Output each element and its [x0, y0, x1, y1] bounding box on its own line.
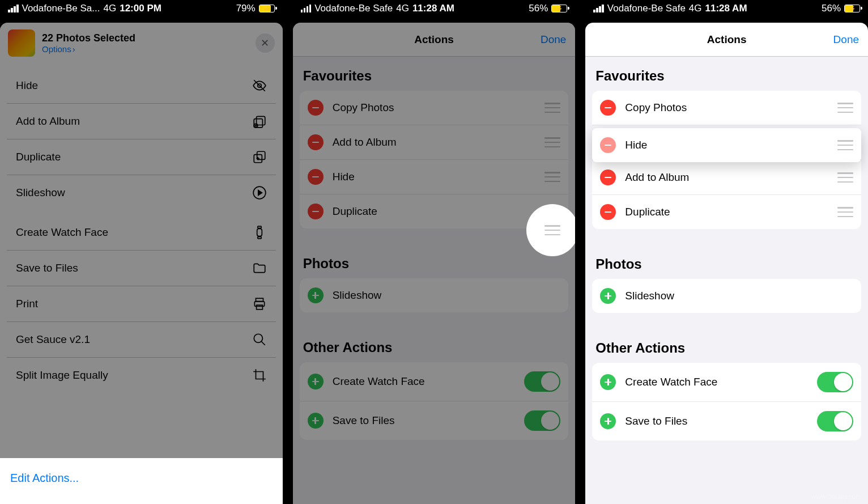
search-icon: [252, 332, 267, 347]
screen-actions-editor-dragging: Vodafone-Be Safe 4G 11:28 AM 56% ⚡ Actio…: [585, 0, 868, 504]
battery-percent: 56%: [529, 3, 548, 14]
drag-handle-icon[interactable]: [837, 172, 853, 183]
edit-actions-button[interactable]: Edit Actions...: [0, 458, 283, 504]
nav-bar: Actions Done: [293, 23, 576, 57]
action-print[interactable]: Print: [7, 286, 276, 322]
add-icon[interactable]: [308, 413, 324, 429]
add-icon[interactable]: [308, 374, 324, 389]
svg-rect-17: [256, 305, 262, 310]
dragging-row-hide[interactable]: Hide: [592, 128, 861, 162]
row-slideshow[interactable]: Slideshow: [592, 279, 861, 313]
actions-sheet: Actions Done Favourites Copy Photos Add …: [293, 23, 576, 504]
add-icon[interactable]: [600, 374, 616, 390]
carrier-label: Vodafone-Be Sa...: [22, 3, 100, 14]
toggle-switch[interactable]: [524, 410, 560, 431]
time-label: 12:00 PM: [120, 3, 161, 14]
close-button[interactable]: ✕: [256, 33, 275, 53]
other-actions-list: Create Watch Face Save to Files: [300, 362, 569, 440]
status-bar: Vodafone-Be Safe 4G 11:28 AM 56% ⚡: [293, 0, 576, 17]
status-bar: Vodafone-Be Safe 4G 11:28 AM 56% ⚡: [585, 0, 868, 17]
drag-handle-icon[interactable]: [544, 137, 560, 147]
svg-line-19: [261, 341, 265, 345]
signal-icon: [8, 5, 19, 12]
add-icon[interactable]: [600, 413, 616, 429]
row-slideshow[interactable]: Slideshow: [300, 278, 569, 312]
row-add-to-album[interactable]: Add to Album: [592, 160, 861, 195]
row-copy-photos[interactable]: Copy Photos: [592, 91, 861, 125]
toggle-switch[interactable]: [524, 371, 560, 392]
remove-icon[interactable]: [308, 134, 324, 150]
battery-icon: ⚡: [844, 5, 860, 12]
done-button[interactable]: Done: [833, 33, 859, 46]
add-icon[interactable]: [308, 287, 324, 303]
row-create-watch-face[interactable]: Create Watch Face: [300, 362, 569, 401]
add-icon[interactable]: [600, 288, 616, 304]
remove-icon[interactable]: [600, 170, 616, 185]
highlight-drag-handle: [526, 204, 575, 256]
carrier-label: Vodafone-Be Safe: [607, 3, 686, 14]
action-split-image[interactable]: Split Image Equally: [7, 358, 276, 393]
svg-rect-3: [254, 119, 262, 128]
action-duplicate[interactable]: Duplicate: [7, 139, 276, 175]
row-copy-photos[interactable]: Copy Photos: [300, 91, 569, 125]
remove-icon[interactable]: [308, 204, 324, 219]
drag-handle-icon[interactable]: [837, 140, 853, 150]
toggle-switch[interactable]: [817, 372, 853, 392]
album-add-icon: [252, 114, 267, 129]
remove-icon[interactable]: [600, 137, 616, 153]
time-label: 11:28 AM: [705, 3, 747, 14]
remove-icon[interactable]: [308, 100, 324, 116]
folder-icon: [252, 261, 267, 276]
network-label: 4G: [104, 3, 117, 14]
screen-share-sheet: Vodafone-Be Sa... 4G 12:00 PM 79% ⚡ 22 P…: [0, 0, 283, 504]
toggle-switch[interactable]: [817, 411, 853, 431]
row-add-to-album[interactable]: Add to Album: [300, 125, 569, 160]
svg-rect-13: [257, 226, 261, 228]
play-circle-icon: [252, 185, 267, 200]
action-get-sauce[interactable]: Get Sauce v2.1: [7, 322, 276, 358]
row-create-watch-face[interactable]: Create Watch Face: [592, 363, 861, 402]
other-actions-list: Create Watch Face Save to Files: [592, 363, 861, 441]
action-add-to-album[interactable]: Add to Album: [7, 104, 276, 139]
favourites-list: Copy Photos Add to Album Hide: [300, 91, 569, 228]
action-create-watch-face[interactable]: Create Watch Face: [7, 215, 276, 251]
action-save-to-files[interactable]: Save to Files: [7, 251, 276, 286]
row-duplicate[interactable]: Duplicate: [592, 195, 861, 229]
svg-rect-2: [256, 116, 265, 125]
row-save-to-files[interactable]: Save to Files: [592, 402, 861, 441]
action-hide[interactable]: Hide: [7, 68, 276, 104]
row-save-to-files[interactable]: Save to Files: [300, 401, 569, 440]
carrier-label: Vodafone-Be Safe: [314, 3, 393, 14]
other-actions-header: Other Actions: [585, 329, 868, 363]
drag-handle-icon[interactable]: [544, 103, 560, 113]
remove-icon[interactable]: [600, 100, 616, 116]
watch-icon: [252, 225, 267, 240]
page-title: Actions: [585, 33, 868, 46]
favourites-header: Favourites: [293, 57, 576, 91]
done-button[interactable]: Done: [541, 33, 566, 46]
drag-handle-icon[interactable]: [837, 103, 853, 113]
chevron-right-icon: ›: [73, 44, 75, 54]
battery-percent: 79%: [236, 3, 256, 14]
svg-rect-12: [257, 229, 262, 236]
network-label: 4G: [396, 3, 409, 14]
battery-percent: 56%: [822, 3, 841, 14]
row-hide[interactable]: Hide: [300, 160, 569, 194]
remove-icon[interactable]: [600, 204, 616, 220]
remove-icon[interactable]: [308, 169, 324, 185]
duplicate-icon: [252, 150, 267, 164]
photos-header: Photos: [585, 245, 868, 279]
options-link[interactable]: Options ›: [42, 44, 135, 54]
drag-handle-icon[interactable]: [837, 207, 853, 217]
action-slideshow[interactable]: Slideshow: [7, 175, 276, 210]
share-sheet: 22 Photos Selected Options › ✕ Hide Add …: [0, 23, 283, 504]
favourites-header: Favourites: [585, 57, 868, 91]
nav-bar: Actions Done: [585, 23, 868, 57]
other-actions-header: Other Actions: [293, 328, 576, 362]
printer-icon: [252, 297, 267, 311]
selection-thumbnail: [8, 29, 35, 57]
signal-icon: [593, 5, 604, 12]
drag-handle-icon[interactable]: [544, 172, 560, 182]
photos-header: Photos: [293, 244, 576, 278]
photos-list: Slideshow: [592, 279, 861, 313]
